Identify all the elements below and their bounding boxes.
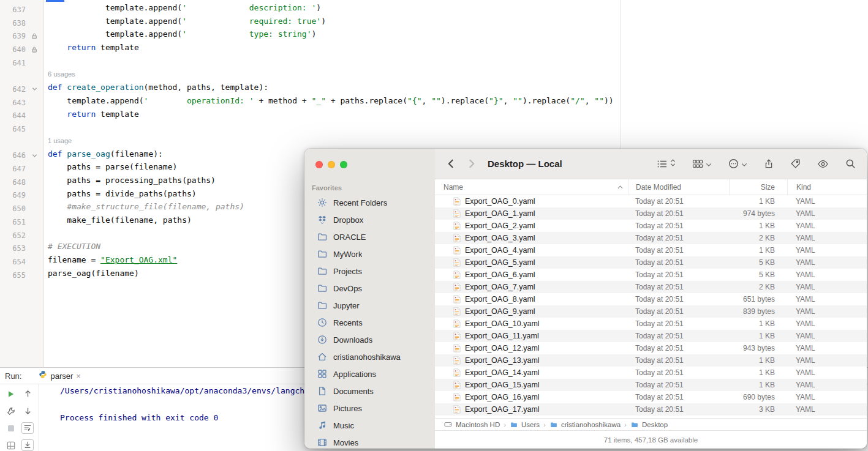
sidebar-item-movies[interactable]: Movies bbox=[308, 434, 431, 449]
file-row[interactable]: Export_OAG_2.yamlToday at 20:511 KBYAML bbox=[435, 220, 867, 232]
sidebar-item-music[interactable]: Music bbox=[308, 417, 431, 434]
file-row[interactable]: Export_OAG_4.yamlToday at 20:511 KBYAML bbox=[435, 244, 867, 256]
file-row[interactable]: Export_OAG_11.yamlToday at 20:511 KBYAML bbox=[435, 330, 867, 342]
play-icon[interactable] bbox=[5, 388, 17, 400]
line-number[interactable]: 637 bbox=[0, 6, 26, 14]
line-number[interactable]: 650 bbox=[0, 204, 26, 213]
sidebar-item-oracle[interactable]: ORACLE bbox=[308, 228, 431, 245]
column-header-kind[interactable]: Kind bbox=[787, 179, 867, 195]
file-row[interactable]: Export_OAG_8.yamlToday at 20:51651 bytes… bbox=[435, 293, 867, 305]
file-row[interactable]: Export_OAG_13.yamlToday at 20:511 KBYAML bbox=[435, 354, 867, 367]
close-window-button[interactable] bbox=[315, 161, 323, 168]
gutter-line[interactable] bbox=[0, 136, 43, 149]
fold-icon[interactable] bbox=[26, 86, 43, 92]
file-row[interactable]: Export_OAG_12.yamlToday at 20:51943 byte… bbox=[435, 342, 867, 354]
column-header-date-modified[interactable]: Date Modified bbox=[628, 179, 729, 195]
gutter-line[interactable]: 654 bbox=[0, 255, 43, 269]
lock-icon[interactable] bbox=[26, 46, 43, 53]
editor-gutter[interactable]: 6376386396406416426436446456466476486496… bbox=[0, 0, 44, 367]
gutter-line[interactable]: 649 bbox=[0, 189, 43, 203]
line-number[interactable]: 653 bbox=[0, 244, 26, 253]
scroll-end-icon[interactable] bbox=[21, 439, 34, 451]
code-line[interactable]: template.append(' description: ') bbox=[48, 3, 617, 17]
gutter-line[interactable]: 638 bbox=[0, 17, 43, 30]
code-line[interactable]: template.append(' type: string') bbox=[48, 29, 617, 43]
line-number[interactable]: 646 bbox=[0, 151, 26, 160]
line-number[interactable]: 644 bbox=[0, 111, 26, 120]
gutter-line[interactable]: 646 bbox=[0, 149, 43, 163]
column-header-size[interactable]: Size bbox=[729, 179, 787, 195]
gutter-line[interactable]: 653 bbox=[0, 242, 43, 255]
path-item-users[interactable]: Users bbox=[510, 421, 540, 428]
gutter-line[interactable]: 651 bbox=[0, 215, 43, 229]
gutter-line[interactable]: 652 bbox=[0, 229, 43, 242]
code-line[interactable]: return template bbox=[48, 110, 617, 123]
file-row[interactable]: Export_OAG_5.yamlToday at 20:515 KBYAML bbox=[435, 256, 867, 269]
gutter-line[interactable]: 642 bbox=[0, 83, 43, 96]
file-row[interactable]: Export_OAG_14.yamlToday at 20:511 KBYAML bbox=[435, 367, 867, 379]
line-number[interactable]: 655 bbox=[0, 271, 26, 280]
sidebar-item-pictures[interactable]: Pictures bbox=[308, 400, 431, 417]
line-number[interactable]: 640 bbox=[0, 45, 26, 54]
back-button[interactable] bbox=[446, 158, 456, 169]
search-button[interactable] bbox=[845, 158, 856, 169]
more-options-button[interactable] bbox=[728, 158, 747, 170]
forward-button[interactable] bbox=[466, 158, 477, 169]
line-number[interactable]: 643 bbox=[0, 99, 26, 107]
usages-hint[interactable]: 6 usages bbox=[48, 69, 617, 83]
file-row[interactable]: Export_OAG_7.yamlToday at 20:512 KBYAML bbox=[435, 281, 867, 293]
file-row[interactable]: Export_OAG_16.yamlToday at 20:51690 byte… bbox=[435, 391, 867, 403]
zoom-window-button[interactable] bbox=[340, 161, 347, 168]
line-number[interactable]: 648 bbox=[0, 178, 26, 187]
sidebar-item-mywork[interactable]: MyWork bbox=[308, 245, 431, 263]
line-number[interactable]: 651 bbox=[0, 218, 26, 226]
line-number[interactable]: 649 bbox=[0, 191, 26, 199]
line-number[interactable]: 645 bbox=[0, 125, 26, 133]
file-row[interactable]: Export_OAG_9.yamlToday at 20:51839 bytes… bbox=[435, 305, 867, 318]
gutter-line[interactable]: 645 bbox=[0, 122, 43, 136]
gutter-line[interactable] bbox=[0, 69, 43, 83]
line-number[interactable]: 639 bbox=[0, 32, 26, 40]
sidebar-item-cristianohoshikawa[interactable]: cristianohoshikawa bbox=[308, 348, 431, 365]
line-number[interactable]: 638 bbox=[0, 19, 26, 28]
soft-wrap-icon[interactable] bbox=[21, 422, 34, 434]
wrench-icon[interactable] bbox=[5, 405, 17, 417]
sidebar-item-documents[interactable]: Documents bbox=[308, 382, 431, 400]
gutter-line[interactable]: 637 bbox=[0, 3, 43, 17]
path-item-desktop[interactable]: Desktop bbox=[630, 421, 668, 428]
arrow-up-icon[interactable] bbox=[21, 388, 34, 400]
line-number[interactable]: 652 bbox=[0, 231, 26, 240]
file-row[interactable]: Export_OAG_6.yamlToday at 20:515 KBYAML bbox=[435, 269, 867, 281]
usages-hint[interactable]: 1 usage bbox=[48, 136, 617, 149]
column-header-name[interactable]: Name bbox=[435, 179, 628, 195]
line-number[interactable]: 654 bbox=[0, 258, 26, 266]
gutter-line[interactable]: 644 bbox=[0, 110, 43, 123]
minimize-window-button[interactable] bbox=[328, 161, 335, 168]
file-row[interactable]: Export_OAG_10.yamlToday at 20:511 KBYAML bbox=[435, 318, 867, 330]
tag-button[interactable] bbox=[790, 158, 801, 169]
sidebar-item-devops[interactable]: DevOps bbox=[308, 280, 431, 297]
file-row[interactable]: Export_OAG_3.yamlToday at 20:512 KBYAML bbox=[435, 232, 867, 244]
code-line[interactable]: def create_operation(method, paths, temp… bbox=[48, 83, 617, 96]
code-line[interactable]: return template bbox=[48, 43, 617, 56]
sidebar-item-projects[interactable]: Projects bbox=[308, 263, 431, 280]
sidebar-item-applications[interactable]: Applications bbox=[308, 365, 431, 382]
gutter-line[interactable]: 655 bbox=[0, 269, 43, 282]
gutter-line[interactable]: 648 bbox=[0, 176, 43, 189]
gutter-line[interactable]: 647 bbox=[0, 162, 43, 176]
fold-icon[interactable] bbox=[26, 153, 43, 158]
arrow-down-icon[interactable] bbox=[21, 405, 34, 417]
code-line[interactable]: template.append(' required: true') bbox=[48, 17, 617, 30]
share-button[interactable] bbox=[764, 158, 774, 169]
sidebar-item-downloads[interactable]: Downloads bbox=[308, 331, 431, 348]
path-item-macintosh-hd[interactable]: Macintosh HD bbox=[443, 420, 500, 428]
file-row[interactable]: Export_OAG_1.yamlToday at 20:51974 bytes… bbox=[435, 207, 867, 220]
quick-look-eye-button[interactable] bbox=[817, 159, 829, 169]
code-line[interactable]: template.append(' operationId: ' + metho… bbox=[48, 96, 617, 110]
code-line[interactable] bbox=[48, 56, 617, 70]
corner-grid-icon[interactable] bbox=[5, 439, 17, 451]
sidebar-item-recent-folders[interactable]: Recent Folders bbox=[308, 194, 431, 211]
run-tab-parser[interactable]: parser × bbox=[35, 368, 84, 384]
gutter-line[interactable]: 639 bbox=[0, 29, 43, 43]
gutter-line[interactable]: 640 bbox=[0, 43, 43, 56]
